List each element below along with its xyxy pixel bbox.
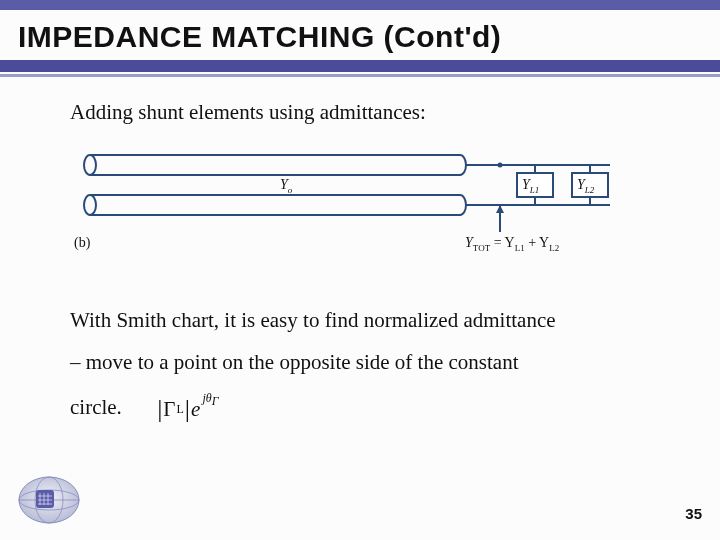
svg-text:Yo: Yo (280, 177, 293, 195)
svg-point-1 (84, 195, 96, 215)
svg-rect-28 (36, 490, 54, 508)
top-banner (0, 0, 720, 10)
title-underline (0, 60, 720, 77)
svg-point-16 (498, 163, 503, 168)
intro-text: Adding shunt elements using admittances: (70, 100, 680, 125)
svg-point-0 (84, 155, 96, 175)
content-area: Adding shunt elements using admittances: (70, 100, 680, 435)
formula: |ΓL|ejθΓ (157, 383, 218, 435)
circuit-diagram: Yo YL1 YL2 YTOT = YL1 + YL2 (b) (70, 137, 630, 277)
logo-icon (14, 472, 84, 526)
body-line-1: With Smith chart, it is easy to find nor… (70, 308, 556, 332)
body-line-2: – move to a point on the opposite side o… (70, 350, 519, 374)
svg-text:YTOT = YL1 + YL2: YTOT = YL1 + YL2 (465, 235, 559, 253)
body-line-3: circle. (70, 395, 122, 419)
body-text: With Smith chart, it is easy to find nor… (70, 299, 680, 435)
svg-marker-18 (496, 205, 504, 213)
slide-title: IMPEDANCE MATCHING (Cont'd) (18, 20, 501, 54)
page-number: 35 (685, 505, 702, 522)
svg-text:(b): (b) (74, 235, 91, 251)
